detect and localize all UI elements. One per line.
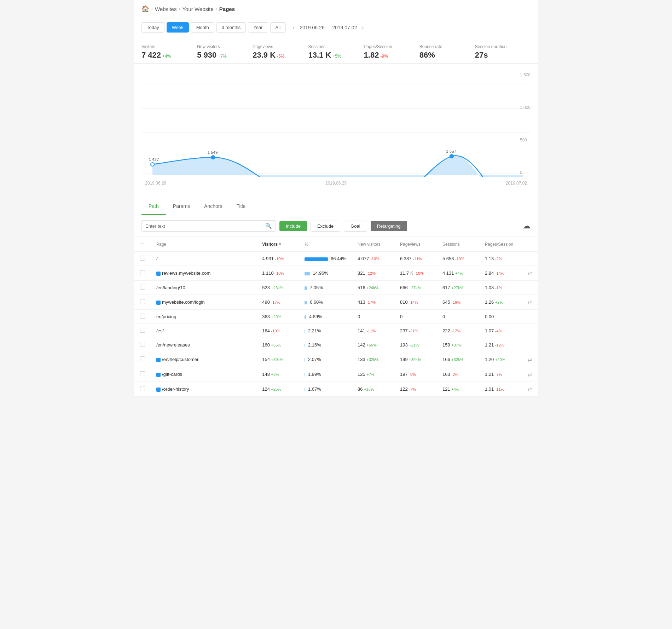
- row-action-cell: ⇄: [522, 382, 538, 397]
- pct-bar: [305, 358, 305, 362]
- row-visitors: 160 +55%: [256, 338, 299, 352]
- tab-title[interactable]: Title: [229, 198, 253, 215]
- period-all[interactable]: All: [270, 22, 286, 33]
- pct-bar: [305, 344, 305, 347]
- col-header-pages-session: Pages/Session: [479, 237, 522, 252]
- period-month[interactable]: Month: [191, 22, 214, 33]
- row-visitors: 124 +25%: [256, 382, 299, 397]
- stat-pages-session: Pages/Session 1.82-9%: [364, 44, 419, 60]
- breadcrumb-websites[interactable]: Websites: [155, 6, 176, 12]
- col-header-visitors[interactable]: Visitors ▾: [256, 237, 299, 252]
- row-checkbox-cell[interactable]: [134, 338, 151, 352]
- row-page: /order-history: [151, 382, 256, 397]
- breadcrumb-site[interactable]: Your Website: [182, 6, 213, 12]
- row-checkbox[interactable]: [140, 342, 145, 347]
- exclude-button[interactable]: Exclude: [311, 221, 340, 232]
- row-new-visitors: 142 +56%: [352, 338, 394, 352]
- cloud-upload-icon[interactable]: ☁: [523, 221, 531, 231]
- row-action-cell: ⇄: [522, 367, 538, 382]
- row-checkbox-cell[interactable]: [134, 252, 151, 266]
- segment-action-icon[interactable]: ⇄: [527, 356, 532, 362]
- search-input[interactable]: [145, 223, 265, 229]
- pct-bar: [305, 315, 306, 319]
- row-checkbox-cell[interactable]: [134, 382, 151, 397]
- row-page: /gift-cards: [151, 367, 256, 382]
- row-checkbox-cell[interactable]: [134, 324, 151, 338]
- row-pct: 1.67%: [299, 382, 352, 397]
- row-pageviews: 810 -14%: [394, 295, 437, 310]
- row-pages-session: 1.01 -11%: [479, 382, 522, 397]
- row-checkbox[interactable]: [140, 299, 145, 304]
- row-indicator: [156, 358, 161, 362]
- pct-bar: [305, 286, 307, 290]
- tab-params[interactable]: Params: [166, 198, 197, 215]
- chart-x-axis: 2019.06.26 2019.06.29 2019.07.02: [141, 181, 531, 186]
- row-checkbox[interactable]: [140, 371, 145, 376]
- row-visitors: 523 +23k%: [256, 281, 299, 295]
- row-checkbox-cell[interactable]: [134, 310, 151, 324]
- home-icon[interactable]: 🏠: [141, 5, 149, 13]
- page-tabs: Path Params Anchors Title: [134, 198, 538, 215]
- row-checkbox-cell[interactable]: [134, 352, 151, 367]
- retargeting-button[interactable]: Retargeting: [371, 221, 407, 231]
- row-checkbox[interactable]: [140, 328, 145, 333]
- tab-anchors[interactable]: Anchors: [197, 198, 229, 215]
- segment-action-icon[interactable]: ⇄: [527, 371, 532, 377]
- row-checkbox-cell[interactable]: [134, 281, 151, 295]
- row-checkbox-cell[interactable]: [134, 266, 151, 281]
- row-pages-session: 1.13 -2%: [479, 252, 522, 266]
- period-today[interactable]: Today: [141, 22, 164, 33]
- row-new-visitors: 4 077 -10%: [352, 252, 394, 266]
- col-header-pageviews: Pageviews: [394, 237, 437, 252]
- pct-bar: [305, 257, 328, 261]
- row-sessions: 159 +37%: [437, 338, 479, 352]
- col-header-new-visitors: New visitors: [352, 237, 394, 252]
- col-header-check: −: [134, 237, 151, 252]
- row-visitors: 490 -17%: [256, 295, 299, 310]
- row-indicator: [156, 388, 161, 392]
- row-checkbox[interactable]: [140, 270, 145, 275]
- goal-button[interactable]: Goal: [344, 221, 367, 232]
- period-3months[interactable]: 3 months: [216, 22, 246, 33]
- row-page: /en/help/customer: [151, 352, 256, 367]
- sort-visitors-icon: ▾: [279, 242, 281, 246]
- row-checkbox[interactable]: [140, 356, 145, 361]
- row-pages-session: 0.00: [479, 310, 522, 324]
- row-new-visitors: 141 -11%: [352, 324, 394, 338]
- segment-action-icon[interactable]: ⇄: [527, 270, 532, 276]
- include-button[interactable]: Include: [279, 221, 307, 231]
- segment-action-icon[interactable]: ⇄: [527, 299, 532, 305]
- segment-action-icon[interactable]: ⇄: [527, 386, 532, 392]
- svg-point-5: [151, 163, 154, 166]
- row-checkbox-cell[interactable]: [134, 367, 151, 382]
- row-new-visitors: 125 +7%: [352, 367, 394, 382]
- svg-text:1 549: 1 549: [208, 150, 218, 155]
- row-page: /es/: [151, 324, 256, 338]
- period-week[interactable]: Week: [167, 22, 189, 33]
- row-visitors: 4 931 -10%: [256, 252, 299, 266]
- table-row: reviews.mywebsite.com 1 110 -10% 14.96% …: [134, 266, 538, 281]
- col-header-sessions: Sessions: [437, 237, 479, 252]
- row-pages-session: 1.26 +2%: [479, 295, 522, 310]
- row-pageviews: 122 -7%: [394, 382, 437, 397]
- tab-path[interactable]: Path: [141, 198, 166, 215]
- row-page: mywebsite.com/login: [151, 295, 256, 310]
- row-pageviews: 193 +21%: [394, 338, 437, 352]
- row-visitors: 154 +30k%: [256, 352, 299, 367]
- date-next-arrow[interactable]: ›: [360, 24, 366, 31]
- row-pages-session: 1.21 -7%: [479, 367, 522, 382]
- row-sessions: 163 -2%: [437, 367, 479, 382]
- row-visitors: 148 +6%: [256, 367, 299, 382]
- select-all-toggle[interactable]: −: [140, 240, 144, 247]
- row-checkbox[interactable]: [140, 285, 145, 290]
- row-pageviews: 11.7 K -10%: [394, 266, 437, 281]
- row-visitors: 1 110 -10%: [256, 266, 299, 281]
- row-sessions: 5 658 -10%: [437, 252, 479, 266]
- row-checkbox[interactable]: [140, 386, 145, 391]
- date-prev-arrow[interactable]: ‹: [291, 24, 297, 31]
- row-checkbox[interactable]: [140, 256, 145, 261]
- row-pct: 66.44%: [299, 252, 352, 266]
- period-year[interactable]: Year: [248, 22, 268, 33]
- row-checkbox-cell[interactable]: [134, 295, 151, 310]
- row-checkbox[interactable]: [140, 314, 145, 319]
